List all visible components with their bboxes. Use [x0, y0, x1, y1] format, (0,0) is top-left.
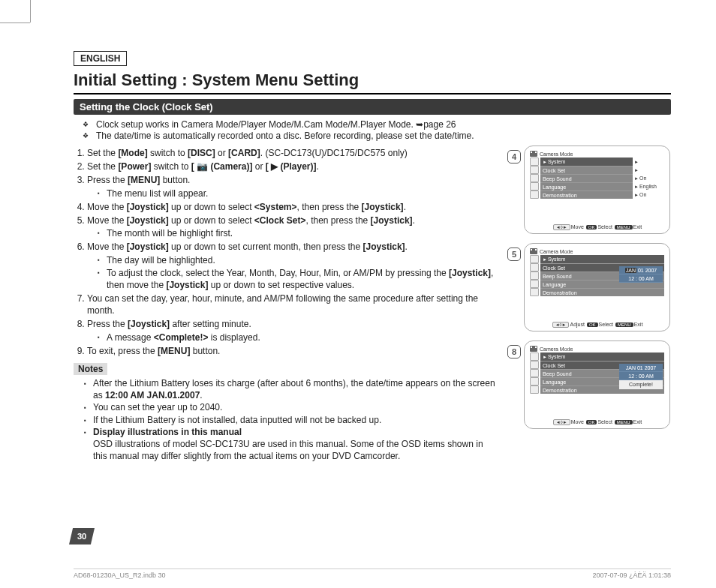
osd-screen-8: Camera Mode System Clock Set Beep Sound … — [524, 340, 670, 429]
notes-heading: Notes — [74, 363, 107, 375]
intro-list: Clock setup works in Camera Mode/Player … — [87, 119, 671, 141]
menu-pill: MENU — [615, 420, 633, 424]
osd-screen-5: Camera Mode System Clock Set Beep Sound … — [524, 243, 670, 332]
menu-item-row: Beep Sound — [540, 174, 633, 182]
page-footer-meta: AD68-01230A_US_R2.indb 30 2007-07-09 ¿ÀÈ… — [74, 568, 671, 579]
arrows-icon: ◄◊► — [553, 224, 570, 230]
note-item: If the Lithium Battery is not installed,… — [84, 415, 497, 427]
note-item: After the Lithium Battery loses its char… — [84, 378, 497, 401]
step-8: Press the [Joystick] after setting minut… — [87, 318, 497, 343]
menu-icon — [530, 158, 539, 166]
step-2: Set the [Power] switch to [ 📷 (Camera)] … — [87, 160, 497, 172]
step-5: Move the [Joystick] up or down to select… — [87, 214, 497, 239]
menu-icon — [530, 182, 539, 190]
page-title: Initial Setting : System Menu Setting — [74, 70, 671, 94]
month-highlight: JAN — [625, 268, 636, 273]
menu-icon — [530, 166, 539, 174]
step-sub: The menu list will appear. — [98, 188, 497, 200]
intro-item: The date/time is automatically recorded … — [87, 130, 671, 141]
menu-system-row: System — [540, 255, 664, 263]
menu-value: On — [634, 190, 664, 199]
step-3: Press the [MENU] button. The menu list w… — [87, 174, 497, 199]
step-badge-5: 5 — [507, 248, 521, 261]
menu-value: On — [634, 174, 664, 182]
footer-left: AD68-01230A_US_R2.indb 30 — [74, 572, 166, 579]
step-sub: The day will be highlighted. — [98, 254, 497, 266]
date-row: JAN 01 2007 — [619, 364, 663, 372]
step-7: You can set the day, year, hour, minute,… — [87, 292, 497, 316]
menu-icon — [530, 174, 539, 182]
menu-icon — [530, 263, 539, 272]
menu-icon — [530, 369, 539, 377]
menu-icon — [530, 255, 539, 263]
menu-value: English — [634, 182, 664, 190]
language-tag: ENGLISH — [74, 51, 127, 66]
menu-icon — [530, 352, 539, 361]
step-sub: A message <Complete!> is displayed. — [98, 332, 497, 344]
menu-icon — [530, 190, 539, 199]
page-number-badge: 30 — [69, 528, 95, 544]
osd-footer: ◄◊►Move OKSelect MENUExit — [525, 224, 669, 230]
step-sub: To adjust the clock, select the Year, Mo… — [98, 267, 497, 291]
step-6: Move the [Joystick] up or down to set cu… — [87, 241, 497, 291]
footer-right: 2007-07-09 ¿ÀÈÄ 1:01:38 — [592, 572, 671, 579]
ok-pill: OK — [587, 322, 598, 327]
menu-item-row: Demonstration — [540, 190, 633, 199]
arrows-icon: ◄◊► — [553, 419, 570, 425]
step-4: Move the [Joystick] up or down to select… — [87, 201, 497, 213]
mode-label: Camera Mode — [540, 249, 573, 254]
step-badge-4: 4 — [507, 150, 521, 164]
menu-item-row: Demonstration — [540, 288, 664, 296]
osd-screen-4: Camera Mode System Clock Set Beep Sound … — [524, 146, 670, 234]
menu-icon — [530, 288, 539, 296]
time-row: 12 : 00 AM — [619, 274, 663, 283]
note-item: Display illustrations in this manualOSD … — [84, 427, 497, 462]
film-icon — [530, 346, 537, 352]
menu-system-row: System — [540, 352, 664, 361]
mode-label: Camera Mode — [540, 346, 573, 352]
arrows-icon: ◄◊► — [552, 322, 570, 328]
time-row: 12 : 00 AM — [619, 372, 663, 380]
film-icon — [530, 248, 537, 254]
menu-item-row: Clock Set — [540, 166, 633, 174]
step-sub: The month will be highlight first. — [98, 227, 497, 239]
menu-icon — [530, 272, 539, 280]
menu-icon — [530, 280, 539, 288]
steps-list: Set the [Mode] switch to [DISC] or [CARD… — [74, 147, 497, 357]
step-9: To exit, press the [MENU] button. — [87, 345, 497, 357]
menu-item-row: Language — [540, 182, 633, 190]
ok-pill: OK — [586, 225, 597, 230]
notes-list: After the Lithium Battery loses its char… — [84, 378, 497, 462]
step-1: Set the [Mode] switch to [DISC] or [CARD… — [87, 147, 497, 159]
menu-pill: MENU — [615, 322, 633, 327]
menu-system-row: System — [540, 158, 633, 166]
mode-label: Camera Mode — [540, 152, 573, 157]
intro-item: Clock setup works in Camera Mode/Player … — [87, 119, 671, 130]
menu-icon — [530, 361, 539, 369]
note-item: You can set the year up to 2040. — [84, 402, 497, 414]
ok-pill: OK — [586, 420, 597, 424]
menu-pill: MENU — [615, 225, 633, 230]
section-heading: Setting the Clock (Clock Set) — [74, 99, 671, 115]
osd-footer: ◄◊►Move OKSelect MENUExit — [525, 419, 669, 424]
menu-icon — [530, 386, 539, 394]
date-box: JAN 01 2007 12 : 00 AM Complete! — [619, 364, 663, 389]
menu-icon — [530, 377, 539, 386]
date-box: JAN 01 2007 12 : 00 AM — [619, 266, 663, 283]
step-badge-8: 8 — [507, 345, 521, 358]
complete-message: Complete! — [619, 380, 663, 389]
film-icon — [530, 151, 537, 157]
osd-footer: ◄◊►Adjust OKSelect MENUExit — [525, 322, 669, 327]
